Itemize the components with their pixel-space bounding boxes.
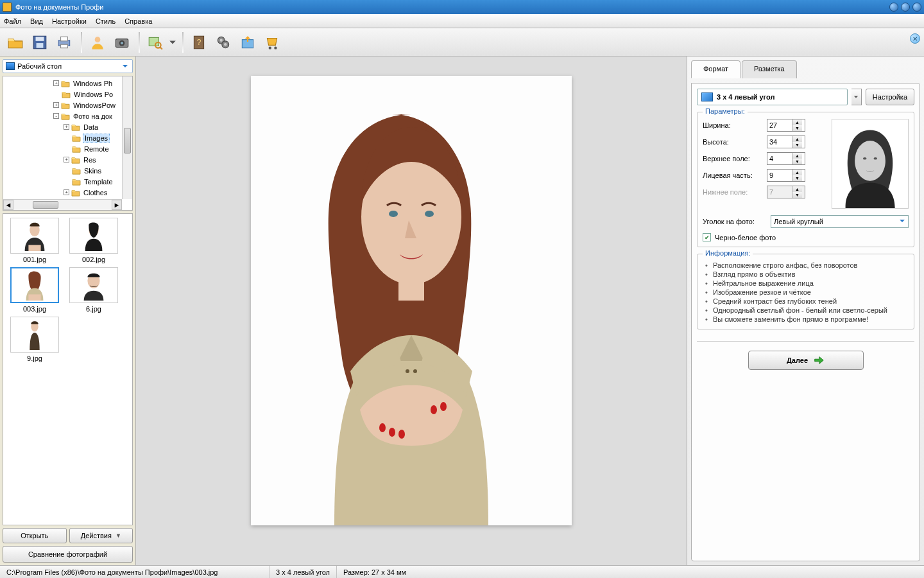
print-button[interactable] — [53, 31, 76, 53]
thumbnail-item[interactable]: 9.jpg — [7, 317, 62, 362]
svg-point-17 — [220, 39, 223, 41]
panel-close-icon[interactable]: ✕ — [910, 33, 920, 44]
save-button[interactable] — [28, 31, 51, 53]
actions-button[interactable]: Действия▼ — [69, 528, 133, 543]
face-area-spinner[interactable]: ▲▼ — [767, 169, 805, 182]
svg-rect-4 — [61, 37, 68, 41]
thumbnails-grid[interactable]: 001.jpg002.jpg003.jpg6.jpg9.jpg — [3, 213, 133, 525]
corner-label: Уголок на фото: — [703, 218, 767, 225]
height-label: Высота: — [703, 138, 767, 146]
left-buttons-row: Открыть Действия▼ — [3, 528, 133, 543]
thumbnail-item[interactable]: 6.jpg — [66, 267, 121, 313]
svg-point-41 — [863, 157, 867, 160]
height-spinner[interactable]: ▲▼ — [767, 136, 805, 148]
corner-value: Левый круглый — [774, 218, 823, 225]
status-bar: C:\Program Files (x86)\Фото на документы… — [0, 565, 924, 578]
thumbnail-item[interactable]: 003.jpg — [7, 267, 62, 313]
tree-item[interactable]: -Фото на док — [3, 110, 132, 121]
path-combo-label: Рабочий стол — [17, 62, 62, 70]
svg-point-42 — [874, 157, 878, 160]
image-search-button[interactable] — [144, 31, 167, 53]
info-item: Расположение строго анфас, без поворотов — [705, 261, 909, 270]
svg-point-36 — [398, 430, 405, 439]
arrow-right-icon — [813, 355, 825, 366]
face-area-label: Лицевая часть: — [703, 171, 767, 179]
svg-rect-2 — [37, 43, 44, 48]
titlebar: Фото на документы Профи — [0, 0, 924, 14]
share-button[interactable] — [236, 31, 259, 53]
svg-point-38 — [440, 402, 447, 411]
tree-horizontal-scrollbar[interactable]: ◄► — [3, 199, 122, 210]
next-button[interactable]: Далее — [748, 351, 864, 370]
menu-view[interactable]: Вид — [30, 17, 43, 25]
tree-vertical-scrollbar[interactable] — [122, 76, 132, 199]
compare-button[interactable]: Сравнение фотографий — [3, 546, 133, 563]
svg-point-37 — [431, 405, 437, 414]
tree-item[interactable]: Template — [3, 176, 132, 187]
bw-checkbox-row[interactable]: ✔ Черно-белое фото — [703, 233, 909, 241]
svg-point-40 — [855, 141, 886, 181]
thumbnail-item[interactable]: 001.jpg — [7, 218, 62, 263]
top-margin-spinner[interactable]: ▲▼ — [767, 152, 805, 165]
open-folder-button[interactable] — [4, 31, 27, 53]
svg-point-30 — [406, 369, 409, 373]
tree-item[interactable]: +WindowsPow — [3, 100, 132, 110]
minimize-button[interactable] — [889, 3, 898, 12]
path-combo[interactable]: Рабочий стол — [3, 59, 133, 73]
tree-item[interactable]: +Clothes — [3, 187, 132, 198]
svg-point-28 — [389, 211, 398, 217]
tree-item[interactable]: +Windows Ph — [3, 78, 132, 89]
help-button[interactable]: ? — [187, 31, 210, 53]
params-preview — [832, 119, 909, 209]
bottom-margin-label: Нижнее поле: — [703, 188, 767, 196]
menu-help[interactable]: Справка — [124, 17, 152, 25]
width-spinner[interactable]: ▲▼ — [767, 119, 805, 132]
tab-layout[interactable]: Разметка — [742, 60, 797, 78]
thumbnail-item[interactable]: 002.jpg — [66, 218, 121, 263]
right-tabs: Формат Разметка — [691, 60, 920, 78]
tab-panel-format: 3 x 4 левый угол Настройка Параметры: Ши… — [691, 83, 920, 561]
folder-tree[interactable]: +Windows PhWindows Po+WindowsPow-Фото на… — [3, 76, 133, 211]
svg-point-34 — [379, 423, 386, 432]
info-item: Нейтральное выражение лица — [705, 279, 909, 288]
svg-point-35 — [389, 428, 395, 437]
tree-item[interactable]: +Data — [3, 121, 132, 132]
camera-button[interactable] — [110, 31, 133, 53]
maximize-button[interactable] — [901, 3, 910, 12]
desktop-icon — [6, 62, 15, 70]
app-icon — [3, 3, 12, 12]
bw-checkbox[interactable]: ✔ — [703, 233, 711, 241]
tree-item[interactable]: Remote — [3, 143, 132, 154]
format-dropdown-button[interactable] — [851, 89, 862, 105]
tab-format[interactable]: Формат — [691, 60, 740, 78]
info-item: Однородный светлый фон - белый или светл… — [705, 306, 909, 315]
corner-combo[interactable]: Левый круглый — [771, 215, 909, 228]
cart-button[interactable] — [261, 31, 284, 53]
close-button[interactable] — [912, 3, 921, 12]
format-combo[interactable]: 3 x 4 левый угол — [697, 89, 848, 105]
window-title: Фото на документы Профи — [15, 3, 887, 11]
preview-area — [136, 57, 687, 565]
params-title: Параметры: — [703, 107, 748, 115]
top-margin-label: Верхнее поле: — [703, 155, 767, 162]
video-button[interactable] — [212, 31, 235, 53]
menu-settings[interactable]: Настройки — [52, 17, 87, 25]
open-button[interactable]: Открыть — [3, 528, 67, 543]
path-dropdown-icon[interactable] — [121, 62, 130, 71]
info-item: Изображение резкое и чёткое — [705, 288, 909, 297]
tree-item[interactable]: Images — [3, 132, 132, 143]
menu-file[interactable]: Файл — [4, 17, 21, 25]
format-label: 3 x 4 левый угол — [717, 93, 774, 101]
status-path: C:\Program Files (x86)\Фото на документы… — [0, 566, 270, 578]
image-search-dropdown[interactable] — [168, 31, 177, 53]
menubar: Файл Вид Настройки Стиль Справка — [0, 14, 924, 28]
tree-item[interactable]: Windows Po — [3, 89, 132, 100]
info-item: Вы сможете заменить фон прямо в программ… — [705, 315, 909, 324]
photo-preview[interactable] — [251, 76, 572, 525]
tree-item[interactable]: +Res — [3, 154, 132, 165]
user-button[interactable] — [86, 31, 109, 53]
svg-rect-5 — [61, 44, 68, 48]
format-settings-button[interactable]: Настройка — [866, 89, 914, 105]
menu-style[interactable]: Стиль — [96, 17, 116, 25]
tree-item[interactable]: Skins — [3, 165, 132, 176]
